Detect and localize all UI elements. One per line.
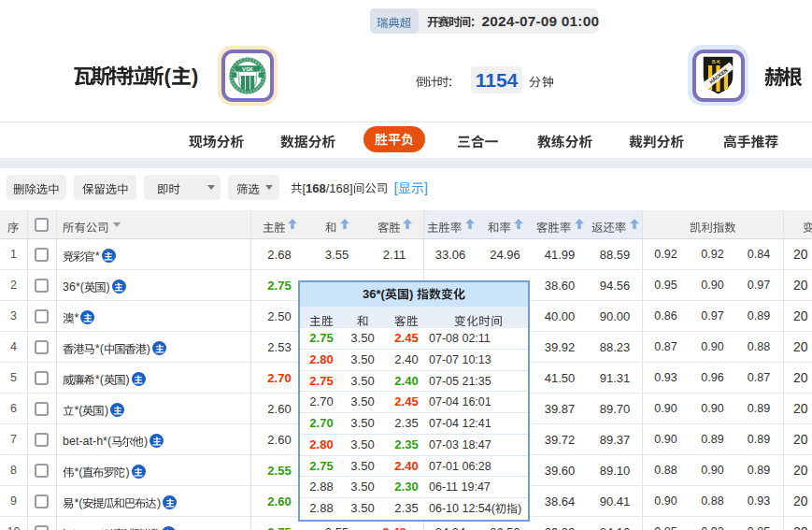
svg-text:B·K: B·K	[712, 59, 720, 64]
svg-text:VSK: VSK	[242, 66, 254, 72]
